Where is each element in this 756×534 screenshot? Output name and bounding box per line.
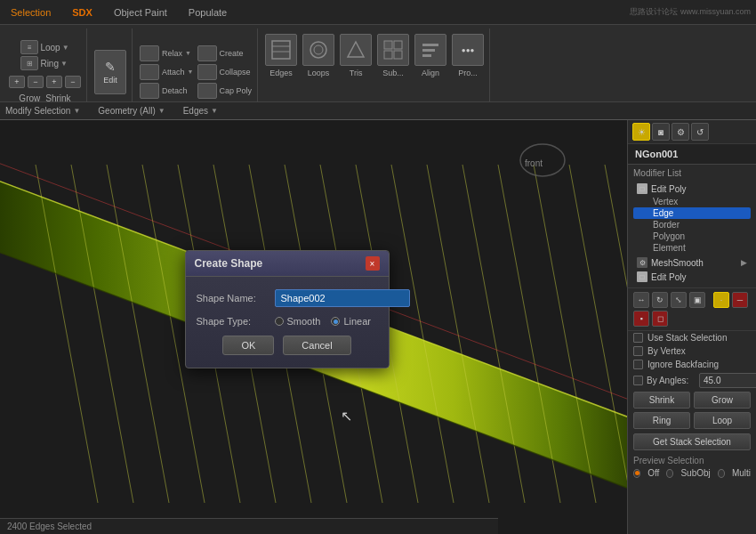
by-vertex-row[interactable]: By Vertex xyxy=(628,344,756,358)
get-stack-btn[interactable]: Get Stack Selection xyxy=(633,433,751,450)
use-stack-selection-checkbox[interactable] xyxy=(633,333,643,343)
align-btn[interactable]: Align xyxy=(414,34,446,77)
settings-icon[interactable]: ⚙ xyxy=(672,123,689,141)
svg-rect-10 xyxy=(422,44,438,46)
tab-object-paint[interactable]: Object Paint xyxy=(109,5,173,20)
cap-poly-btn[interactable]: Cap Poly xyxy=(197,83,253,99)
pro-btn[interactable]: ●●● Pro... xyxy=(452,34,484,77)
dialog-close-btn[interactable]: × xyxy=(366,256,380,271)
cap-poly-icon xyxy=(197,83,217,99)
modifier-list-section: Modifier List □ Edit Poly Vertex Edge Bo… xyxy=(628,165,756,288)
use-stack-selection-label: Use Stack Selection xyxy=(647,333,728,343)
bottom-label-bar: Modify Selection ▼ Geometry (All) ▼ Edge… xyxy=(0,101,756,119)
camera-icon[interactable]: ◙ xyxy=(652,123,670,141)
grow-btn[interactable]: Grow xyxy=(694,392,751,409)
face-mode-icon[interactable]: ▪ xyxy=(633,311,649,327)
preview-radio-row: Off SubObj Multi xyxy=(628,466,756,480)
edges-icon xyxy=(265,34,297,66)
edge-mode-icon[interactable]: ─ xyxy=(732,292,748,308)
ring-btn-panel[interactable]: Ring xyxy=(633,412,690,429)
tris-label: Tris xyxy=(350,69,363,77)
create-btn[interactable]: Create xyxy=(197,45,253,61)
refresh-icon[interactable]: ↺ xyxy=(691,123,709,141)
preview-subobj-radio[interactable] xyxy=(666,469,673,478)
create-label: Create xyxy=(220,49,244,58)
align-icon xyxy=(414,34,446,66)
cancel-btn[interactable]: Cancel xyxy=(283,336,350,355)
shape-name-row: Shape Name: xyxy=(197,289,378,307)
mesh-smooth-expand[interactable]: ▶ xyxy=(741,258,747,267)
by-vertex-label: By Vertex xyxy=(647,346,686,356)
ignore-backfacing-label: Ignore Backfacing xyxy=(647,360,719,369)
detach-btn[interactable]: Detach xyxy=(140,83,195,99)
border-sub[interactable]: Border xyxy=(633,219,751,231)
ignore-backfacing-row[interactable]: Ignore Backfacing xyxy=(628,358,756,371)
poly-mode-icon[interactable]: ◻ xyxy=(652,311,668,327)
ring-btn[interactable]: ⊞ Ring ▼ xyxy=(20,56,68,70)
mesh-smooth-modifier[interactable]: ⚙ MeshSmooth ▶ xyxy=(633,255,751,270)
sub-btn[interactable]: Sub... xyxy=(377,34,409,77)
panel-top-icons: ☀ ◙ ⚙ ↺ xyxy=(628,120,756,144)
ring-loop-btns: Ring Loop xyxy=(628,410,756,431)
loop-btn-panel[interactable]: Loop xyxy=(694,412,751,429)
edge-sub[interactable]: Edge xyxy=(633,207,751,219)
edit-label: Edit xyxy=(103,76,117,85)
smooth-label: Smooth xyxy=(287,316,321,327)
tab-populate[interactable]: Populate xyxy=(183,5,232,20)
use-stack-selection-row[interactable]: Use Stack Selection xyxy=(628,331,756,344)
geometry-all-btn[interactable]: Geometry (All) ▼ xyxy=(98,106,165,116)
smooth-radio[interactable]: Smooth xyxy=(275,316,321,327)
linear-radio[interactable]: Linear xyxy=(331,316,371,327)
edit-poly-modifier[interactable]: □ Edit Poly xyxy=(633,182,751,196)
edges-dropdown-btn[interactable]: Edges ▼ xyxy=(183,106,218,116)
mesh-smooth-icon: ⚙ xyxy=(637,257,647,268)
loops-btn[interactable]: Loops xyxy=(302,34,334,77)
element-sub[interactable]: Element xyxy=(633,242,751,254)
geometry-all-label: Geometry (All) xyxy=(98,106,155,116)
shape-name-input[interactable] xyxy=(275,289,410,307)
polygon-sub[interactable]: Polygon xyxy=(633,231,751,242)
light-icon[interactable]: ☀ xyxy=(632,123,650,141)
by-vertex-checkbox[interactable] xyxy=(633,346,643,356)
scale-icon[interactable]: ⤡ xyxy=(671,292,687,308)
rotate-icon[interactable]: ↻ xyxy=(652,292,668,308)
plus-btn[interactable]: + xyxy=(9,76,25,88)
move-icon[interactable]: ↔ xyxy=(633,292,649,308)
modify-selection-btn[interactable]: Modify Selection ▼ xyxy=(5,106,80,116)
by-angles-checkbox[interactable] xyxy=(633,376,643,385)
attach-btn[interactable]: Attach ▼ xyxy=(140,64,195,80)
ok-btn[interactable]: OK xyxy=(222,336,274,355)
top-toolbar: Selection SDX Object Paint Populate 思路设计… xyxy=(0,0,756,120)
edit-poly-modifier-2[interactable]: □ Edit Poly xyxy=(633,270,751,284)
plus2-btn[interactable]: + xyxy=(46,76,62,88)
tris-btn[interactable]: Tris xyxy=(340,34,372,77)
minus-btn[interactable]: − xyxy=(28,76,44,88)
preview-off-radio[interactable] xyxy=(633,469,640,478)
edges-btn[interactable]: Edges xyxy=(265,34,297,77)
plus-minus-row: + − + − xyxy=(9,76,81,88)
ring-label: Ring xyxy=(40,59,59,69)
viewport[interactable]: front Create Shape × Shape Name: Shape T… xyxy=(0,120,627,534)
relax-btn[interactable]: Relax ▼ xyxy=(140,45,195,61)
ignore-backfacing-checkbox[interactable] xyxy=(633,360,643,369)
modifier-list-label: Modifier List xyxy=(633,168,751,178)
vertex-mode-icon[interactable]: · xyxy=(713,292,729,308)
tab-selection[interactable]: Selection xyxy=(5,5,56,20)
modify-selection-label: Modify Selection xyxy=(5,106,70,116)
edit-btn[interactable]: ✎ Edit xyxy=(94,50,126,94)
attach-arrow: ▼ xyxy=(188,69,194,75)
loop-btn[interactable]: ≡ Loop ▼ xyxy=(20,40,68,54)
right-panel: ☀ ◙ ⚙ ↺ NGon001 Modifier List □ Edit Pol… xyxy=(627,120,756,534)
preview-multi-radio[interactable] xyxy=(718,469,725,478)
vertex-sub[interactable]: Vertex xyxy=(633,196,751,207)
select-icon[interactable]: ▣ xyxy=(689,292,705,308)
edit-poly-2-icon: □ xyxy=(637,271,647,282)
shrink-btn[interactable]: Shrink xyxy=(633,392,690,409)
attach-icon xyxy=(140,64,159,80)
pro-icon: ●●● xyxy=(452,34,484,66)
tab-sdx[interactable]: SDX xyxy=(67,5,98,20)
collapse-btn[interactable]: Collapse xyxy=(197,64,253,80)
minus2-btn[interactable]: − xyxy=(65,76,81,88)
by-angles-input[interactable] xyxy=(699,373,756,388)
dialog-body: Shape Name: Shape Type: Smooth xyxy=(186,277,389,368)
